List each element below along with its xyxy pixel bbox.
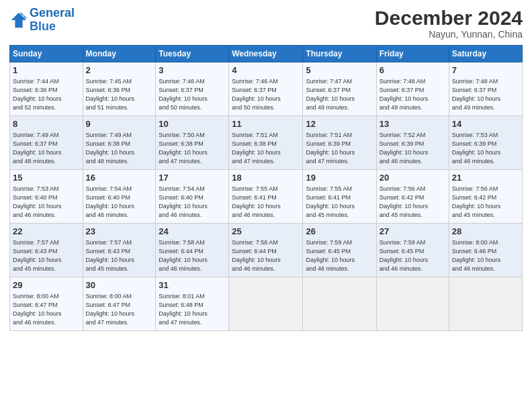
day-info: Sunrise: 7:46 AM Sunset: 6:37 PM Dayligh…: [232, 77, 300, 112]
col-header-saturday: Saturday: [449, 46, 522, 62]
day-info: Sunrise: 7:44 AM Sunset: 6:36 PM Dayligh…: [13, 77, 80, 112]
day-info: Sunrise: 7:57 AM Sunset: 6:43 PM Dayligh…: [86, 238, 153, 273]
day-number: 23: [86, 226, 153, 238]
logo: General Blue: [9, 7, 75, 34]
day-cell: [376, 277, 449, 331]
day-number: 3: [159, 64, 226, 77]
day-cell: 22Sunrise: 7:57 AM Sunset: 6:43 PM Dayli…: [10, 224, 83, 277]
day-info: Sunrise: 7:55 AM Sunset: 6:41 PM Dayligh…: [306, 185, 373, 220]
day-number: 13: [380, 118, 446, 130]
day-cell: 21Sunrise: 7:56 AM Sunset: 6:42 PM Dayli…: [449, 170, 522, 224]
day-number: 27: [380, 226, 446, 238]
day-number: 20: [380, 172, 446, 184]
week-row-5: 29Sunrise: 8:00 AM Sunset: 6:47 PM Dayli…: [10, 277, 523, 331]
day-info: Sunrise: 7:57 AM Sunset: 6:43 PM Dayligh…: [13, 238, 80, 273]
calendar-page: General Blue December 2024 Nayun, Yunnan…: [0, 0, 532, 411]
day-cell: 27Sunrise: 7:59 AM Sunset: 6:45 PM Dayli…: [376, 224, 449, 277]
day-number: 29: [13, 279, 80, 291]
day-cell: 4Sunrise: 7:46 AM Sunset: 6:37 PM Daylig…: [229, 62, 303, 116]
week-row-1: 1Sunrise: 7:44 AM Sunset: 6:36 PM Daylig…: [10, 62, 523, 116]
day-cell: 12Sunrise: 7:51 AM Sunset: 6:39 PM Dayli…: [303, 116, 376, 170]
day-cell: 5Sunrise: 7:47 AM Sunset: 6:37 PM Daylig…: [303, 62, 376, 116]
day-cell: 13Sunrise: 7:52 AM Sunset: 6:39 PM Dayli…: [376, 116, 449, 170]
header: General Blue December 2024 Nayun, Yunnan…: [9, 7, 523, 40]
day-cell: 19Sunrise: 7:55 AM Sunset: 6:41 PM Dayli…: [303, 170, 376, 224]
day-info: Sunrise: 7:56 AM Sunset: 6:42 PM Dayligh…: [380, 185, 446, 220]
day-info: Sunrise: 7:53 AM Sunset: 6:39 PM Dayligh…: [452, 131, 519, 166]
day-info: Sunrise: 7:51 AM Sunset: 6:39 PM Dayligh…: [306, 131, 373, 166]
day-number: 14: [452, 118, 519, 130]
day-number: 19: [306, 172, 373, 184]
day-number: 18: [232, 172, 300, 184]
day-cell: 30Sunrise: 8:00 AM Sunset: 6:47 PM Dayli…: [83, 277, 156, 331]
logo-line2: Blue: [30, 19, 56, 33]
day-number: 9: [86, 118, 153, 130]
day-cell: 28Sunrise: 8:00 AM Sunset: 6:46 PM Dayli…: [449, 224, 522, 277]
day-number: 30: [86, 279, 153, 291]
day-number: 6: [380, 64, 446, 77]
day-cell: 6Sunrise: 7:48 AM Sunset: 6:37 PM Daylig…: [376, 62, 449, 116]
day-cell: 1Sunrise: 7:44 AM Sunset: 6:36 PM Daylig…: [10, 62, 83, 116]
col-header-friday: Friday: [376, 46, 449, 62]
day-cell: 15Sunrise: 7:53 AM Sunset: 6:40 PM Dayli…: [10, 170, 83, 224]
header-row: SundayMondayTuesdayWednesdayThursdayFrid…: [10, 46, 523, 62]
day-cell: [303, 277, 376, 331]
day-cell: 7Sunrise: 7:48 AM Sunset: 6:37 PM Daylig…: [449, 62, 522, 116]
day-cell: [449, 277, 522, 331]
day-number: 16: [86, 172, 153, 184]
col-header-wednesday: Wednesday: [229, 46, 303, 62]
day-number: 24: [159, 226, 226, 238]
week-row-4: 22Sunrise: 7:57 AM Sunset: 6:43 PM Dayli…: [10, 224, 523, 277]
day-number: 10: [159, 118, 226, 130]
day-number: 4: [232, 64, 300, 77]
day-info: Sunrise: 8:00 AM Sunset: 6:47 PM Dayligh…: [86, 292, 153, 327]
day-info: Sunrise: 7:59 AM Sunset: 6:45 PM Dayligh…: [306, 238, 373, 273]
day-cell: 2Sunrise: 7:45 AM Sunset: 6:36 PM Daylig…: [83, 62, 156, 116]
day-info: Sunrise: 8:00 AM Sunset: 6:47 PM Dayligh…: [13, 292, 80, 327]
day-cell: 17Sunrise: 7:54 AM Sunset: 6:40 PM Dayli…: [156, 170, 229, 224]
day-cell: 16Sunrise: 7:54 AM Sunset: 6:40 PM Dayli…: [83, 170, 156, 224]
day-number: 26: [306, 226, 373, 238]
day-cell: [229, 277, 303, 331]
day-cell: 18Sunrise: 7:55 AM Sunset: 6:41 PM Dayli…: [229, 170, 303, 224]
week-row-2: 8Sunrise: 7:49 AM Sunset: 6:37 PM Daylig…: [10, 116, 523, 170]
day-info: Sunrise: 7:59 AM Sunset: 6:45 PM Dayligh…: [380, 238, 446, 273]
day-info: Sunrise: 8:01 AM Sunset: 6:48 PM Dayligh…: [159, 292, 226, 327]
day-number: 15: [13, 172, 80, 184]
day-info: Sunrise: 7:52 AM Sunset: 6:39 PM Dayligh…: [380, 131, 446, 166]
day-number: 28: [452, 226, 519, 238]
day-cell: 3Sunrise: 7:46 AM Sunset: 6:37 PM Daylig…: [156, 62, 229, 116]
location: Nayun, Yunnan, China: [375, 29, 523, 40]
day-info: Sunrise: 7:54 AM Sunset: 6:40 PM Dayligh…: [86, 185, 153, 220]
day-number: 11: [232, 118, 300, 130]
day-cell: 14Sunrise: 7:53 AM Sunset: 6:39 PM Dayli…: [449, 116, 522, 170]
day-info: Sunrise: 7:46 AM Sunset: 6:37 PM Dayligh…: [159, 77, 226, 112]
day-number: 7: [452, 64, 519, 77]
day-info: Sunrise: 7:49 AM Sunset: 6:37 PM Dayligh…: [13, 131, 80, 166]
day-cell: 29Sunrise: 8:00 AM Sunset: 6:47 PM Dayli…: [10, 277, 83, 331]
day-cell: 25Sunrise: 7:58 AM Sunset: 6:44 PM Dayli…: [229, 224, 303, 277]
col-header-tuesday: Tuesday: [156, 46, 229, 62]
day-cell: 8Sunrise: 7:49 AM Sunset: 6:37 PM Daylig…: [10, 116, 83, 170]
day-number: 31: [159, 279, 226, 291]
day-cell: 11Sunrise: 7:51 AM Sunset: 6:38 PM Dayli…: [229, 116, 303, 170]
day-info: Sunrise: 7:54 AM Sunset: 6:40 PM Dayligh…: [159, 185, 226, 220]
col-header-thursday: Thursday: [303, 46, 376, 62]
day-cell: 20Sunrise: 7:56 AM Sunset: 6:42 PM Dayli…: [376, 170, 449, 224]
day-cell: 10Sunrise: 7:50 AM Sunset: 6:38 PM Dayli…: [156, 116, 229, 170]
col-header-sunday: Sunday: [10, 46, 83, 62]
day-cell: 26Sunrise: 7:59 AM Sunset: 6:45 PM Dayli…: [303, 224, 376, 277]
day-info: Sunrise: 7:51 AM Sunset: 6:38 PM Dayligh…: [232, 131, 300, 166]
day-info: Sunrise: 7:47 AM Sunset: 6:37 PM Dayligh…: [306, 77, 373, 112]
logo-icon: [9, 11, 28, 30]
day-info: Sunrise: 7:45 AM Sunset: 6:36 PM Dayligh…: [86, 77, 153, 112]
day-number: 22: [13, 226, 80, 238]
day-info: Sunrise: 7:58 AM Sunset: 6:44 PM Dayligh…: [232, 238, 300, 273]
day-number: 5: [306, 64, 373, 77]
day-number: 8: [13, 118, 80, 130]
calendar-table: SundayMondayTuesdayWednesdayThursdayFrid…: [9, 45, 523, 331]
day-number: 17: [159, 172, 226, 184]
day-number: 1: [13, 64, 80, 77]
logo-line1: General: [30, 6, 75, 19]
day-number: 25: [232, 226, 300, 238]
